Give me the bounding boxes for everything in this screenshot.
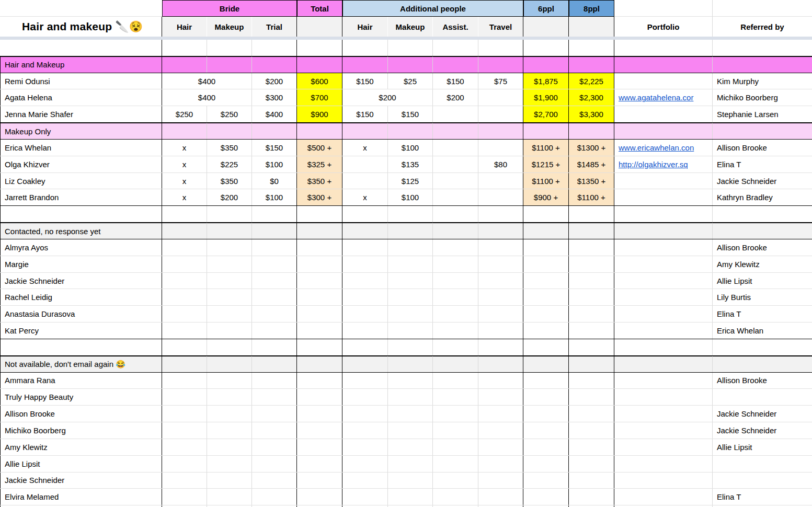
- section-cell[interactable]: [569, 56, 614, 73]
- cell-name[interactable]: Michiko Boorberg: [0, 422, 162, 439]
- cell-p8[interactable]: [569, 389, 614, 405]
- cell-bride-makeup[interactable]: [207, 406, 252, 422]
- section-label[interactable]: Contacted, no response yet: [0, 223, 162, 239]
- cell-addl-assist[interactable]: [433, 422, 478, 439]
- section-cell[interactable]: [433, 356, 478, 372]
- cell-name[interactable]: Elvira Melamed: [0, 489, 162, 505]
- cell-bride-hair[interactable]: [162, 256, 207, 272]
- cell-addl-travel[interactable]: [478, 389, 523, 405]
- cell-name[interactable]: Jenna Marie Shafer: [0, 106, 162, 122]
- cell-referred[interactable]: [713, 473, 812, 489]
- col-header-bride-trial[interactable]: Trial: [252, 17, 297, 37]
- cell-addl-travel[interactable]: [478, 289, 523, 305]
- cell-bride-trial[interactable]: $0: [252, 173, 297, 189]
- empty-cell[interactable]: [614, 40, 713, 56]
- section-cell[interactable]: [569, 356, 614, 372]
- cell-p8[interactable]: $1485 +: [569, 156, 614, 172]
- cell-addl-travel[interactable]: [478, 473, 523, 489]
- cell-addl-assist[interactable]: [433, 256, 478, 272]
- cell-name[interactable]: Margie: [0, 256, 162, 272]
- section-cell[interactable]: [614, 223, 713, 239]
- cell-addl-travel[interactable]: [478, 373, 523, 389]
- cell-bride-hair[interactable]: [162, 439, 207, 455]
- empty-cell[interactable]: [569, 206, 614, 222]
- cell-name[interactable]: Anastasia Durasova: [0, 306, 162, 322]
- cell-bride-trial[interactable]: [252, 473, 297, 489]
- cell-p6[interactable]: $2,700: [523, 106, 569, 122]
- additional-people-group-header[interactable]: Additional people: [342, 0, 523, 17]
- cell-bride-makeup[interactable]: [207, 306, 252, 322]
- cell-addl-travel[interactable]: [478, 422, 523, 439]
- empty-cell[interactable]: [523, 206, 569, 222]
- cell-p6[interactable]: $1,900: [523, 89, 569, 106]
- cell-bride-hair[interactable]: [162, 473, 207, 489]
- cell-name[interactable]: Rachel Leidig: [0, 289, 162, 305]
- cell-portfolio[interactable]: [614, 289, 713, 305]
- cell-bride-trial[interactable]: $100: [252, 156, 297, 172]
- cell-addl-assist[interactable]: [433, 156, 478, 172]
- cell-bride-makeup[interactable]: [207, 456, 252, 472]
- empty-cell[interactable]: [713, 40, 812, 56]
- cell-addl-travel[interactable]: $80: [478, 156, 523, 172]
- cell-referred[interactable]: Stephanie Larsen: [713, 106, 812, 122]
- cell-bride-trial[interactable]: [252, 389, 297, 405]
- cell-name[interactable]: Ammara Rana: [0, 373, 162, 389]
- empty-cell[interactable]: [523, 339, 569, 355]
- empty-cell[interactable]: [0, 339, 162, 355]
- section-cell[interactable]: [162, 123, 207, 139]
- empty-cell[interactable]: [569, 339, 614, 355]
- cell-referred[interactable]: Jackie Schneider: [713, 422, 812, 439]
- cell-addl-hair[interactable]: [342, 456, 388, 472]
- cell-bride-trial[interactable]: $150: [252, 140, 297, 156]
- cell-p6[interactable]: [523, 422, 569, 439]
- col-header-referred-by[interactable]: Referred by: [713, 17, 812, 37]
- section-cell[interactable]: [614, 123, 713, 139]
- cell-p8[interactable]: [569, 273, 614, 289]
- section-cell[interactable]: [614, 56, 713, 73]
- cell-bride-hair[interactable]: [162, 456, 207, 472]
- empty-cell[interactable]: [297, 206, 342, 222]
- cell-addl-travel[interactable]: [478, 173, 523, 189]
- section-cell[interactable]: [388, 56, 433, 73]
- empty-cell[interactable]: [207, 339, 252, 355]
- cell-p6[interactable]: [523, 389, 569, 405]
- cell-addl-assist[interactable]: [433, 406, 478, 422]
- cell-p6[interactable]: [523, 273, 569, 289]
- corner-cell[interactable]: [0, 0, 162, 17]
- cell-bride-trial[interactable]: [252, 239, 297, 256]
- cell-bride-makeup[interactable]: [207, 489, 252, 505]
- section-cell[interactable]: [207, 223, 252, 239]
- cell-p6[interactable]: [523, 239, 569, 256]
- cell-addl-assist[interactable]: [433, 489, 478, 505]
- cell-addl-travel[interactable]: [478, 256, 523, 272]
- section-cell[interactable]: [523, 56, 569, 73]
- empty-cell[interactable]: [388, 40, 433, 56]
- cell-addl-travel[interactable]: [478, 273, 523, 289]
- cell-addl-hair[interactable]: $150: [342, 73, 388, 89]
- cell-bride-makeup[interactable]: [207, 422, 252, 439]
- cell-p8[interactable]: [569, 239, 614, 256]
- cell-addl-hair[interactable]: [342, 373, 388, 389]
- cell-bride-trial[interactable]: [252, 489, 297, 505]
- section-cell[interactable]: [614, 356, 713, 372]
- cell-bride-hair[interactable]: [162, 289, 207, 305]
- cell-addl-makeup[interactable]: [388, 373, 433, 389]
- cell-bride-makeup[interactable]: [207, 256, 252, 272]
- cell-addl-makeup[interactable]: [388, 256, 433, 272]
- section-cell[interactable]: [297, 56, 342, 73]
- cell-p6[interactable]: $1100 +: [523, 173, 569, 189]
- col-header-total-spacer[interactable]: [297, 17, 342, 37]
- cell-p8[interactable]: [569, 489, 614, 505]
- section-cell[interactable]: [433, 123, 478, 139]
- cell-bride-makeup[interactable]: [207, 322, 252, 339]
- section-cell[interactable]: [342, 356, 388, 372]
- cell-p8[interactable]: $1100 +: [569, 189, 614, 205]
- cell-bride-trial[interactable]: [252, 422, 297, 439]
- cell-addl-hair[interactable]: [342, 306, 388, 322]
- section-label[interactable]: Hair and Makeup: [0, 56, 162, 73]
- cell-referred[interactable]: Elina T: [713, 306, 812, 322]
- total-group-header[interactable]: Total: [297, 0, 342, 17]
- cell-referred[interactable]: Allison Brooke: [713, 373, 812, 389]
- cell-p8[interactable]: $2,225: [569, 73, 614, 89]
- cell-bride-makeup[interactable]: [207, 273, 252, 289]
